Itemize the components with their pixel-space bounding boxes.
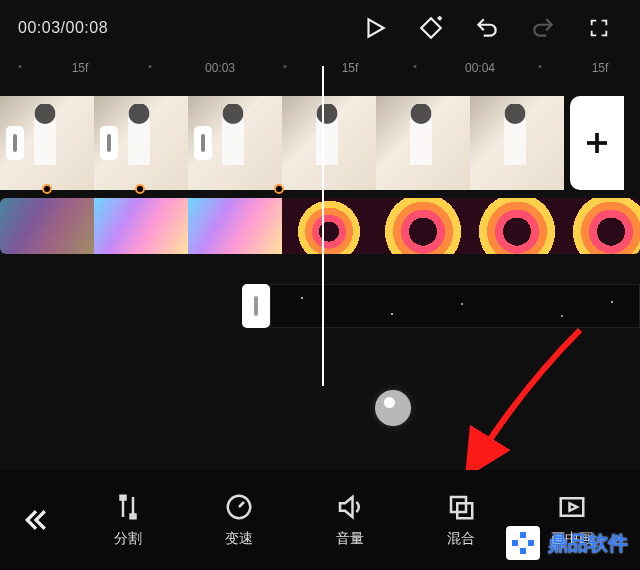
ruler-mark: 15f: [342, 61, 359, 75]
overlay-clip[interactable]: [270, 284, 640, 328]
transition-row: [0, 188, 640, 196]
clip-trim-handle[interactable]: [194, 126, 212, 160]
ruler-mark: 00:04: [465, 61, 495, 75]
timeline-area[interactable]: [0, 96, 640, 356]
tool-volume[interactable]: 音量: [310, 492, 390, 548]
play-button[interactable]: [352, 5, 398, 51]
effect-clip[interactable]: [564, 198, 640, 254]
overlay-track[interactable]: [0, 284, 640, 328]
tool-speed[interactable]: 变速: [199, 492, 279, 548]
playhead[interactable]: [322, 66, 324, 386]
undo-button[interactable]: [464, 5, 510, 51]
ruler-mark: 15f: [592, 61, 609, 75]
add-clip-button[interactable]: [570, 96, 624, 190]
svg-marker-14: [570, 503, 578, 511]
cursor-indicator: [375, 390, 411, 426]
effect-track[interactable]: [0, 198, 640, 254]
top-toolbar: 00:03/00:08: [0, 0, 640, 56]
redo-icon: [530, 15, 556, 41]
ruler-mark: 15f: [72, 61, 89, 75]
svg-line-10: [239, 502, 244, 507]
effect-clip[interactable]: [0, 198, 94, 254]
pip-icon: [557, 492, 587, 522]
time-counter: 00:03/00:08: [18, 19, 108, 37]
video-clip[interactable]: [94, 96, 188, 190]
transition-marker[interactable]: [42, 184, 52, 194]
time-total: 00:08: [66, 19, 109, 36]
effect-clip[interactable]: [470, 198, 564, 254]
svg-rect-13: [561, 498, 584, 516]
transition-marker[interactable]: [274, 184, 284, 194]
video-track[interactable]: [0, 96, 640, 190]
keyframe-add-icon: [418, 15, 444, 41]
video-clip[interactable]: [0, 96, 94, 190]
overlay-trim-handle[interactable]: [242, 284, 270, 328]
watermark-logo-icon: [506, 526, 540, 560]
split-icon: [113, 492, 143, 522]
video-clip[interactable]: [188, 96, 282, 190]
effect-clip[interactable]: [376, 198, 470, 254]
effect-clip[interactable]: [188, 198, 282, 254]
tool-split[interactable]: 分割: [88, 492, 168, 548]
volume-icon: [335, 492, 365, 522]
transition-marker[interactable]: [135, 184, 145, 194]
undo-icon: [474, 15, 500, 41]
plus-icon: [582, 128, 612, 158]
speed-icon: [224, 492, 254, 522]
watermark-text: 鼎品软件: [548, 530, 628, 557]
clip-trim-handle[interactable]: [6, 126, 24, 160]
play-icon: [362, 15, 388, 41]
back-button[interactable]: [0, 470, 72, 570]
blend-icon: [446, 492, 476, 522]
ruler-mark: 00:03: [205, 61, 235, 75]
time-current: 00:03: [18, 19, 61, 36]
chevron-double-left-icon: [21, 505, 51, 535]
redo-button[interactable]: [520, 5, 566, 51]
add-keyframe-button[interactable]: [408, 5, 454, 51]
tool-blend[interactable]: 混合: [421, 492, 501, 548]
fullscreen-button[interactable]: [576, 5, 622, 51]
tool-label: 混合: [447, 530, 475, 548]
watermark: 鼎品软件: [500, 522, 634, 564]
effect-clip[interactable]: [282, 198, 376, 254]
tool-label: 音量: [336, 530, 364, 548]
fullscreen-icon: [588, 17, 610, 39]
tool-label: 分割: [114, 530, 142, 548]
timeline-ruler[interactable]: 15f 00:03 15f 00:04 15f: [0, 56, 640, 82]
clip-trim-handle[interactable]: [100, 126, 118, 160]
video-clip[interactable]: [282, 96, 376, 190]
effect-clip[interactable]: [94, 198, 188, 254]
video-clip[interactable]: [470, 96, 564, 190]
svg-marker-0: [369, 19, 384, 36]
video-clip[interactable]: [376, 96, 470, 190]
tool-label: 变速: [225, 530, 253, 548]
